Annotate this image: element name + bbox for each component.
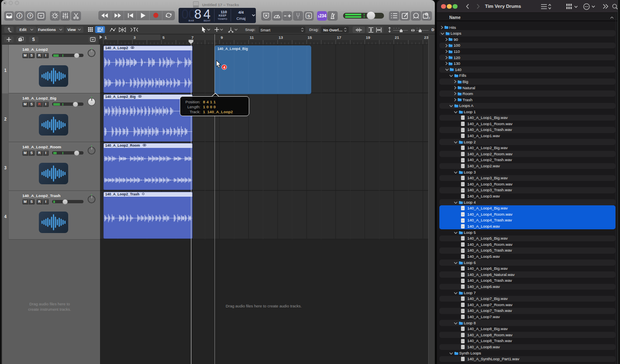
svg-text:♪: ♪ (462, 279, 463, 282)
svg-text:♪: ♪ (462, 147, 463, 150)
svg-text:♪: ♪ (462, 297, 463, 300)
svg-text:♪: ♪ (462, 273, 463, 276)
svg-text:♪: ♪ (462, 358, 463, 361)
svg-text:♪: ♪ (462, 309, 463, 312)
svg-text:♪: ♪ (462, 225, 463, 228)
svg-text:♪: ♪ (462, 165, 463, 168)
svg-text:♪: ♪ (428, 15, 430, 19)
svg-text:♪: ♪ (462, 195, 463, 198)
svg-text:i: i (19, 13, 20, 18)
svg-text:♪: ♪ (462, 243, 463, 246)
svg-text:S: S (308, 14, 310, 18)
svg-text:♪: ♪ (462, 328, 463, 331)
svg-text:♪: ♪ (462, 177, 463, 180)
svg-text:♪: ♪ (462, 303, 463, 306)
svg-text:♪: ♪ (462, 316, 463, 319)
svg-text:♪: ♪ (462, 255, 463, 258)
svg-text:♪: ♪ (462, 346, 463, 349)
svg-text:♪: ♪ (462, 183, 463, 186)
svg-text:♪: ♪ (462, 122, 463, 125)
svg-text:♪: ♪ (462, 207, 463, 210)
svg-text:♪: ♪ (462, 249, 463, 252)
svg-text:♪: ♪ (462, 128, 463, 131)
svg-text:♪: ♪ (462, 333, 463, 336)
svg-text:♪: ♪ (462, 189, 463, 192)
svg-text:♪: ♪ (462, 285, 463, 288)
svg-text:♪: ♪ (462, 340, 463, 343)
svg-text:?: ? (29, 13, 31, 18)
svg-text:♪: ♪ (462, 267, 463, 270)
svg-text:♪: ♪ (462, 135, 463, 138)
svg-text:♪: ♪ (462, 159, 463, 162)
svg-text:♪: ♪ (462, 219, 463, 222)
svg-text:♪: ♪ (462, 213, 463, 216)
svg-text:♪: ♪ (462, 117, 463, 119)
svg-text:♪: ♪ (462, 237, 463, 240)
svg-text:♪: ♪ (462, 152, 463, 155)
